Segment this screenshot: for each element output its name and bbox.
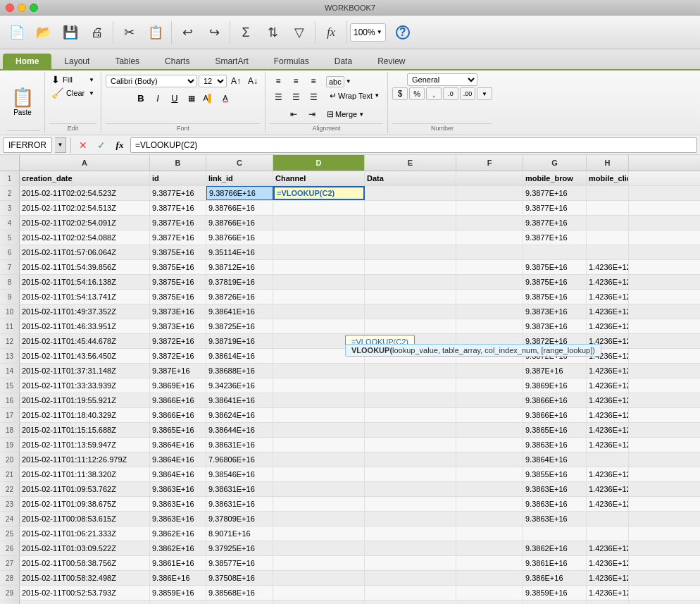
cell-2-F[interactable]: [456, 186, 523, 200]
cell-9-A[interactable]: 2015-02-11T01:54:13.741Z: [20, 290, 150, 304]
cell-18-E[interactable]: [365, 423, 456, 437]
cell-24-H[interactable]: [587, 512, 629, 526]
wrap-text-button[interactable]: ↵ Wrap Text ▼: [326, 89, 383, 103]
cell-7-A[interactable]: 2015-02-11T01:54:39.856Z: [20, 260, 150, 274]
tab-review[interactable]: Review: [365, 54, 418, 69]
cell-16-D[interactable]: [273, 393, 365, 407]
maximize-button[interactable]: [30, 4, 38, 12]
cell-28-B[interactable]: 9.386E+16: [150, 571, 206, 585]
cell-11-G[interactable]: 9.3873E+16: [523, 319, 587, 333]
name-box-dropdown[interactable]: ▼: [55, 137, 66, 153]
row-number[interactable]: 25: [0, 526, 20, 541]
cell-28-C[interactable]: 9.37508E+16: [206, 571, 273, 585]
cell-21-G[interactable]: 9.3855E+16: [523, 467, 587, 481]
cell-22-H[interactable]: 1.4236E+12: [587, 482, 629, 496]
cell-22-F[interactable]: [456, 482, 523, 496]
cell-30-C[interactable]: 9.38577E+16: [206, 600, 273, 604]
cell-7-D[interactable]: [273, 260, 365, 274]
cell-5-E[interactable]: [365, 230, 456, 245]
cell-13-H[interactable]: 1.4236E+12: [587, 349, 629, 363]
cell-1-B[interactable]: id: [150, 171, 206, 185]
cancel-formula-btn[interactable]: ✕: [75, 137, 91, 153]
font-color-btn[interactable]: A: [218, 90, 233, 106]
cell-17-H[interactable]: 1.4236E+12: [587, 408, 629, 422]
formula-input[interactable]: [130, 137, 697, 153]
cell-8-A[interactable]: 2015-02-11T01:54:16.138Z: [20, 275, 150, 289]
col-header-A[interactable]: A: [20, 155, 150, 171]
cell-4-E[interactable]: [365, 216, 456, 230]
cell-12-A[interactable]: 2015-02-11T01:45:44.678Z: [20, 334, 150, 348]
cell-27-F[interactable]: [456, 556, 523, 570]
row-number[interactable]: 30: [0, 600, 20, 604]
minimize-button[interactable]: [18, 4, 26, 12]
cell-22-E[interactable]: [365, 482, 456, 496]
toolbar-new[interactable]: 📄: [4, 18, 30, 47]
cell-5-G[interactable]: 9.3877E+16: [523, 230, 587, 245]
cell-20-E[interactable]: [365, 452, 456, 467]
cell-7-F[interactable]: [456, 260, 523, 274]
cell-23-D[interactable]: [273, 497, 365, 511]
toolbar-filter[interactable]: ▽: [287, 18, 312, 47]
row-number[interactable]: 29: [0, 586, 20, 600]
cell-14-G[interactable]: 9.387E+16: [523, 364, 587, 378]
align-mid-left[interactable]: ☰: [270, 90, 287, 105]
cell-17-E[interactable]: [365, 408, 456, 422]
cell-6-D[interactable]: [273, 245, 365, 259]
cell-24-A[interactable]: 2015-02-11T00:08:53.615Z: [20, 512, 150, 526]
cell-24-D[interactable]: [273, 512, 365, 526]
tab-charts[interactable]: Charts: [152, 54, 202, 69]
font-family-select[interactable]: Calibri (Body): [106, 75, 197, 87]
cell-19-H[interactable]: 1.4236E+12: [587, 438, 629, 452]
cell-4-H[interactable]: [587, 216, 629, 230]
cell-13-A[interactable]: 2015-02-11T01:43:56.450Z: [20, 349, 150, 363]
cell-19-E[interactable]: [365, 438, 456, 452]
cell-23-E[interactable]: [365, 497, 456, 511]
col-header-G[interactable]: G: [523, 155, 587, 171]
cell-11-F[interactable]: [456, 319, 523, 333]
row-number[interactable]: 10: [0, 304, 20, 319]
clear-button[interactable]: 🧹 Clear ▼: [49, 87, 96, 99]
cell-6-G[interactable]: [523, 245, 587, 259]
cell-27-D[interactable]: [273, 556, 365, 570]
cell-27-G[interactable]: 9.3861E+16: [523, 556, 587, 570]
toolbar-print[interactable]: 🖨: [85, 18, 110, 47]
row-number[interactable]: 17: [0, 408, 20, 422]
cell-5-D[interactable]: [273, 230, 365, 245]
cell-25-H[interactable]: [587, 526, 629, 541]
cell-8-D[interactable]: [273, 275, 365, 289]
cell-25-B[interactable]: 9.3862E+16: [150, 526, 206, 541]
cell-23-A[interactable]: 2015-02-11T01:09:38.675Z: [20, 497, 150, 511]
cell-5-A[interactable]: 2015-02-11T02:02:54.088Z: [20, 230, 150, 245]
toolbar-copy[interactable]: 📋: [143, 18, 168, 47]
toolbar-help[interactable]: ?: [390, 18, 415, 47]
row-number[interactable]: 28: [0, 571, 20, 585]
cell-8-E[interactable]: [365, 275, 456, 289]
row-number[interactable]: 2: [0, 186, 20, 200]
grid-container[interactable]: 1 creation_date id link_id Channel Data …: [0, 171, 700, 604]
cell-30-B[interactable]: 9.3858E+16: [150, 600, 206, 604]
cell-11-D[interactable]: [273, 319, 365, 333]
col-header-C[interactable]: C: [206, 155, 273, 171]
merge-button[interactable]: ⊟ Merge ▼: [323, 107, 368, 121]
cell-2-E[interactable]: [365, 186, 456, 200]
cell-12-D[interactable]: [273, 334, 365, 348]
col-header-H[interactable]: H: [587, 155, 629, 171]
cell-21-H[interactable]: 1.4236E+12: [587, 467, 629, 481]
align-top-left[interactable]: ≡: [270, 73, 287, 89]
cell-3-G[interactable]: 9.3877E+16: [523, 201, 587, 215]
cell-6-F[interactable]: [456, 245, 523, 259]
cell-10-C[interactable]: 9.38641E+16: [206, 304, 273, 319]
cell-27-H[interactable]: 1.4236E+12: [587, 556, 629, 570]
cell-29-C[interactable]: 9.38568E+16: [206, 586, 273, 600]
cell-3-B[interactable]: 9.3877E+16: [150, 201, 206, 215]
zoom-control[interactable]: 100% ▼: [350, 23, 386, 42]
row-number[interactable]: 22: [0, 482, 20, 496]
cell-21-D[interactable]: [273, 467, 365, 481]
row-number[interactable]: 6: [0, 245, 20, 259]
cell-27-E[interactable]: [365, 556, 456, 570]
cell-14-F[interactable]: [456, 364, 523, 378]
cell-11-C[interactable]: 9.38725E+16: [206, 319, 273, 333]
tab-smartart[interactable]: SmartArt: [202, 54, 261, 69]
cell-1-A[interactable]: creation_date: [20, 171, 150, 185]
cell-7-G[interactable]: 9.3875E+16: [523, 260, 587, 274]
